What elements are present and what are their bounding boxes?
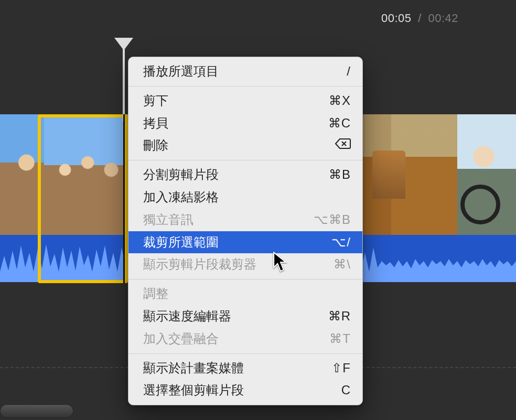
menu-item[interactable]: 播放所選項目/: [128, 60, 362, 83]
menu-item-label: 顯示剪輯片段裁剪器: [143, 255, 256, 274]
total-time: 00:42: [428, 12, 458, 25]
backspace-icon: [330, 138, 351, 149]
menu-item: 獨立音訊⌥⌘B: [128, 209, 362, 231]
current-time: 00:05: [381, 12, 412, 25]
menu-item-label: 分割剪輯片段: [143, 166, 219, 184]
menu-item[interactable]: 選擇整個剪輯片段C: [128, 379, 362, 402]
menu-item-label: 加入交疊融合: [143, 330, 219, 348]
menu-item-label: 獨立音訊: [143, 211, 194, 229]
menu-separator: [128, 86, 362, 87]
menu-item-shortcut: ⌘C: [328, 114, 351, 133]
menu-item: 調整: [128, 283, 362, 305]
menu-item: 顯示剪輯片段裁剪器⌘\: [128, 253, 362, 276]
time-separator: /: [418, 12, 422, 25]
horizontal-scrollbar[interactable]: [0, 404, 73, 418]
menu-item-label: 調整: [143, 285, 168, 303]
menu-item-shortcut: ⇧F: [331, 359, 351, 378]
menu-item[interactable]: 分割剪輯片段⌘B: [128, 164, 362, 186]
menu-item[interactable]: 剪下⌘X: [128, 90, 362, 112]
menu-item: 加入交疊融合⌘T: [128, 328, 362, 350]
menu-item[interactable]: 顯示速度編輯器⌘R: [128, 305, 362, 328]
clip-thumbnail[interactable]: [363, 114, 457, 235]
menu-item[interactable]: 顯示於計畫案媒體⇧F: [128, 357, 362, 380]
menu-item-label: 刪除: [143, 136, 168, 155]
menu-item-shortcut: ⌥⌘B: [314, 211, 351, 229]
menu-item-label: 裁剪所選範圍: [143, 233, 219, 252]
menu-item-shortcut: ⌘\: [334, 255, 351, 274]
menu-item-shortcut: /: [347, 62, 351, 81]
menu-item-shortcut: [330, 136, 351, 155]
menu-separator: [128, 279, 362, 279]
menu-item-shortcut: ⌘B: [329, 166, 351, 184]
menu-item-shortcut: ⌘T: [329, 330, 351, 348]
menu-item-label: 拷貝: [143, 114, 168, 133]
menu-item-label: 顯示速度編輯器: [143, 307, 231, 326]
menu-item-label: 播放所選項目: [143, 62, 219, 81]
clip-thumbnail[interactable]: [44, 114, 128, 235]
menu-item[interactable]: 裁剪所選範圍⌥/: [128, 231, 362, 254]
menu-item-label: 加入凍結影格: [143, 188, 219, 207]
menu-item[interactable]: 刪除: [128, 134, 362, 157]
menu-item[interactable]: 拷貝⌘C: [128, 112, 362, 135]
time-display: 00:05 / 00:42: [381, 12, 458, 25]
menu-separator: [128, 160, 362, 160]
playhead-stem: [123, 38, 125, 122]
menu-item-shortcut: ⌘X: [329, 92, 351, 110]
menu-item-label: 顯示於計畫案媒體: [143, 359, 244, 378]
menu-item-label: 選擇整個剪輯片段: [143, 381, 244, 400]
clip-thumbnail[interactable]: [457, 114, 516, 235]
menu-item-shortcut: ⌘R: [328, 307, 351, 326]
playhead-line: [123, 114, 125, 283]
menu-item-shortcut: ⌥/: [331, 233, 351, 252]
clip-thumbnail[interactable]: [0, 114, 44, 235]
menu-item-label: 剪下: [143, 92, 168, 110]
menu-separator: [128, 353, 362, 354]
context-menu[interactable]: 播放所選項目/剪下⌘X拷貝⌘C刪除分割剪輯片段⌘B加入凍結影格獨立音訊⌥⌘B裁剪…: [128, 57, 363, 405]
menu-item[interactable]: 加入凍結影格: [128, 186, 362, 209]
menu-item-shortcut: C: [341, 381, 351, 400]
